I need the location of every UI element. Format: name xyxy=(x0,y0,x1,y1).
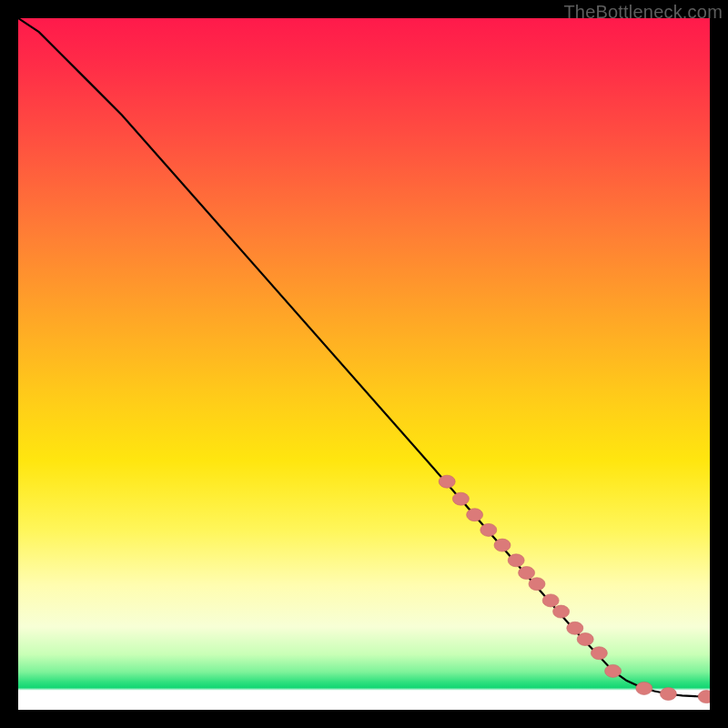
highlight-marker xyxy=(508,554,524,567)
bottleneck-curve xyxy=(18,18,710,697)
curve-path-group xyxy=(18,18,710,697)
highlight-marker xyxy=(519,567,535,580)
highlight-marker xyxy=(577,633,593,646)
curve-layer xyxy=(18,18,710,710)
highlight-marker xyxy=(529,578,545,591)
highlight-marker xyxy=(439,475,455,488)
highlight-marker xyxy=(494,539,511,551)
highlight-marker xyxy=(605,664,622,677)
highlight-marker xyxy=(591,647,607,660)
highlight-marker xyxy=(467,509,483,521)
highlight-marker xyxy=(553,605,570,618)
highlight-marker xyxy=(698,691,710,703)
highlight-marker xyxy=(660,688,676,701)
highlight-marker xyxy=(480,523,497,536)
highlight-marker xyxy=(452,492,469,505)
highlight-marker xyxy=(567,622,583,634)
highlight-marker xyxy=(636,682,652,694)
highlight-markers xyxy=(439,475,710,703)
chart-frame: TheBottleneck.com xyxy=(0,0,728,728)
highlight-marker xyxy=(542,594,559,607)
watermark-text: TheBottleneck.com xyxy=(563,2,723,23)
plot-area xyxy=(18,18,710,710)
